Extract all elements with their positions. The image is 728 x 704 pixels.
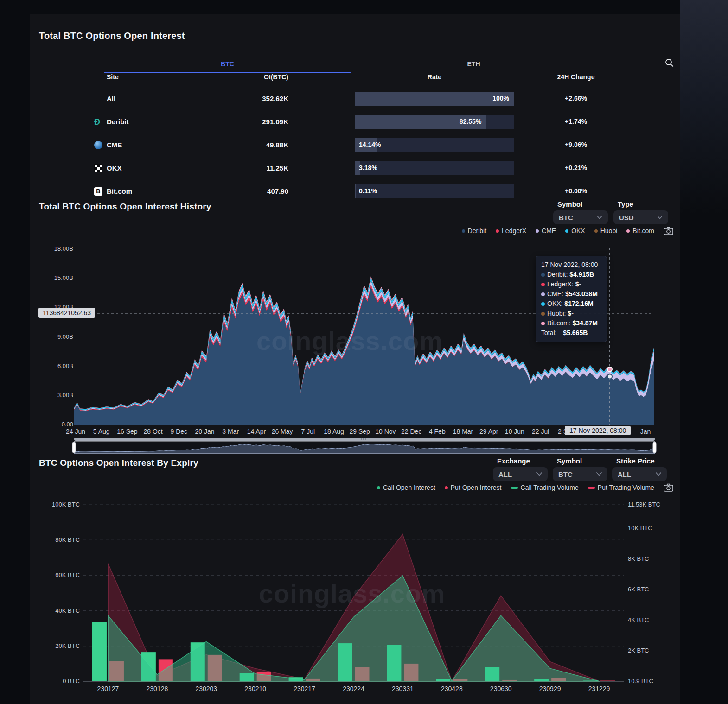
series-dot-icon bbox=[541, 283, 545, 286]
x-tick: 26 May bbox=[272, 428, 293, 435]
tooltip-text: OKX: $172.16M bbox=[547, 299, 594, 309]
y-tick: 3.00B bbox=[46, 392, 73, 399]
x-tick: 10 Nov bbox=[375, 428, 396, 435]
right-axis-tick: 2K BTC bbox=[628, 647, 649, 654]
left-axis-tick: 100K BTC bbox=[43, 501, 80, 508]
series-dot-icon bbox=[541, 273, 545, 277]
tooltip-title: 17 Nov 2022, 08:00 bbox=[541, 260, 601, 270]
tooltip-row: Huobi: $- bbox=[541, 309, 601, 318]
expiry-symbol-value: BTC bbox=[558, 470, 573, 478]
background-glow bbox=[680, 0, 728, 213]
legend-label: Call Trading Volume bbox=[521, 484, 579, 491]
main-card: Total BTC Options Open Interest BTC ETH … bbox=[30, 14, 680, 704]
tooltip-row: LedgerX: $- bbox=[541, 279, 601, 289]
dash-icon bbox=[511, 487, 518, 489]
expiry-x-tick: 230929 bbox=[539, 685, 561, 692]
strike-price-select[interactable]: ALL bbox=[612, 467, 667, 481]
expiry-symbol-label: Symbol bbox=[557, 457, 607, 465]
x-tick: 5 Aug bbox=[93, 428, 110, 435]
expiry-x-tick: 230203 bbox=[195, 685, 217, 692]
dot-icon bbox=[377, 486, 380, 489]
x-tick: 24 Jun bbox=[66, 428, 85, 435]
exchange-value: ALL bbox=[498, 470, 512, 478]
right-axis-tick: 10K BTC bbox=[628, 525, 652, 532]
tooltip-row: Bit.com: $34.87M bbox=[541, 318, 601, 328]
bar-call-oi[interactable] bbox=[92, 622, 107, 681]
camera-icon[interactable] bbox=[664, 483, 673, 492]
x-tick: 16 Sep bbox=[117, 428, 137, 435]
expiry-x-tick: 230127 bbox=[97, 685, 119, 692]
x-tick: 20 Jan bbox=[195, 428, 214, 435]
right-axis-tick: 8K BTC bbox=[628, 555, 649, 562]
nav-scrollbar[interactable] bbox=[74, 438, 655, 441]
bar-put-oi[interactable] bbox=[600, 681, 615, 682]
legend-call-open-interest[interactable]: Call Open Interest bbox=[377, 484, 435, 491]
left-axis-tick: 60K BTC bbox=[43, 571, 80, 578]
dash-icon bbox=[588, 487, 595, 489]
exchange-control: Exchange ALL bbox=[493, 457, 548, 481]
tooltip-row: OKX: $172.16M bbox=[541, 299, 601, 309]
tooltip-text: Huobi: $- bbox=[547, 309, 574, 318]
x-tick: 18 Aug bbox=[324, 428, 344, 435]
chart-tooltip: 17 Nov 2022, 08:00 Deribit: $4.915BLedge… bbox=[536, 256, 607, 342]
expiry-symbol-control: Symbol BTC bbox=[553, 457, 607, 481]
dot-icon bbox=[445, 486, 448, 489]
y-tick: 15.00B bbox=[46, 274, 73, 281]
x-tick: 10 Jun bbox=[505, 428, 524, 435]
x-tick: 7 Jul bbox=[301, 428, 315, 435]
x-tick: 18 Mar bbox=[453, 428, 473, 435]
y-tick: 0.00 bbox=[46, 421, 73, 428]
exchange-label: Exchange bbox=[497, 457, 548, 465]
tooltip-total: Total: $5.665B bbox=[541, 328, 601, 338]
y-tick: 6.00B bbox=[46, 362, 73, 369]
x-tick: 22 Jul bbox=[532, 428, 549, 435]
expiry-symbol-select[interactable]: BTC bbox=[553, 467, 607, 481]
legend-put-open-interest[interactable]: Put Open Interest bbox=[445, 484, 502, 491]
expiry-x-tick: 230331 bbox=[392, 685, 414, 692]
legend-label: Put Open Interest bbox=[451, 484, 502, 491]
charts-canvas[interactable] bbox=[30, 14, 680, 704]
nav-handle-left[interactable] bbox=[72, 442, 76, 453]
strike-price-control: Strike Price ALL bbox=[612, 457, 667, 481]
tooltip-row: Deribit: $4.915B bbox=[541, 270, 601, 279]
expiry-x-tick: 230210 bbox=[244, 685, 266, 692]
legend-label: Put Trading Volume bbox=[598, 484, 654, 491]
legend-call-trading-volume[interactable]: Call Trading Volume bbox=[511, 484, 579, 491]
x-tick: 4 Feb bbox=[429, 428, 446, 435]
crosshair-y-label: 11368421052.63 bbox=[38, 308, 95, 318]
legend-put-trading-volume[interactable]: Put Trading Volume bbox=[588, 484, 654, 491]
exchange-select[interactable]: ALL bbox=[493, 467, 548, 481]
hover-dot-total bbox=[607, 367, 612, 372]
expiry-legend: Call Open InterestPut Open InterestCall … bbox=[377, 483, 673, 492]
x-tick: 9 Dec bbox=[171, 428, 188, 435]
tooltip-text: Deribit: $4.915B bbox=[547, 270, 594, 279]
right-axis-tick: 10.9 BTC bbox=[628, 678, 653, 685]
y-tick: 9.00B bbox=[46, 333, 73, 340]
left-axis-tick: 80K BTC bbox=[43, 536, 80, 543]
series-dot-icon bbox=[541, 292, 545, 296]
x-tick: 29 Apr bbox=[479, 428, 498, 435]
expiry-x-tick: 230224 bbox=[343, 685, 364, 692]
strike-price-label: Strike Price bbox=[616, 457, 667, 465]
right-axis-tick: 6K BTC bbox=[628, 586, 649, 593]
expiry-x-tick: 230630 bbox=[490, 685, 512, 692]
left-axis-tick: 0 BTC bbox=[43, 678, 80, 685]
left-axis-tick: 40K BTC bbox=[43, 607, 80, 614]
tooltip-text: LedgerX: $- bbox=[547, 279, 581, 289]
page: Total BTC Options Open Interest BTC ETH … bbox=[0, 0, 728, 704]
expiry-x-tick: 230217 bbox=[294, 685, 315, 692]
series-dot-icon bbox=[541, 302, 545, 306]
hover-dot-deribit bbox=[607, 374, 612, 379]
series-dot-icon bbox=[541, 312, 545, 316]
tooltip-rows: Deribit: $4.915BLedgerX: $-CME: $543.038… bbox=[541, 270, 601, 328]
tooltip-text: CME: $543.038M bbox=[547, 289, 598, 299]
x-tick: 29 Sep bbox=[350, 428, 370, 435]
x-tick: 14 Apr bbox=[247, 428, 266, 435]
expiry-x-tick: 230128 bbox=[147, 685, 168, 692]
tooltip-row: CME: $543.038M bbox=[541, 289, 601, 299]
expiry-x-tick: 230428 bbox=[441, 685, 463, 692]
chevron-down-icon bbox=[656, 472, 661, 476]
x-tick: Jan bbox=[640, 428, 651, 435]
crosshair-x-label: 17 Nov 2022, 08:00 bbox=[565, 426, 631, 435]
nav-handle-right[interactable] bbox=[653, 442, 656, 453]
